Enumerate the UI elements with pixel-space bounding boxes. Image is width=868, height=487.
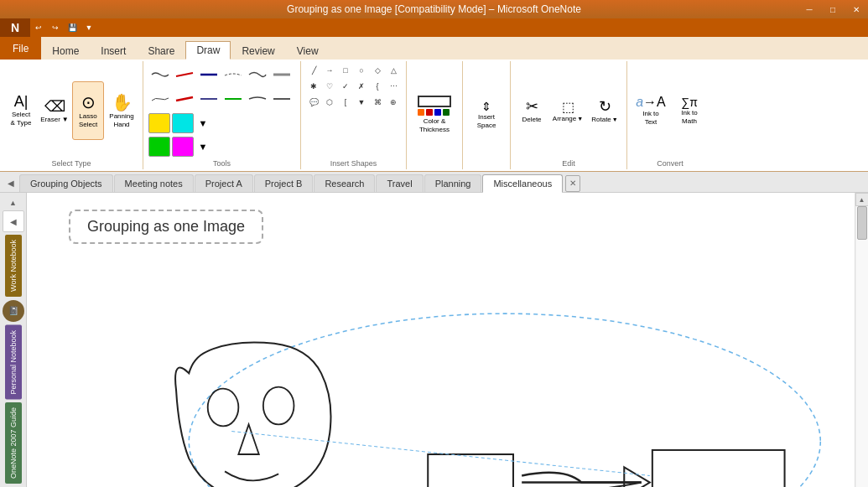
notebook-icon: 📓 bbox=[3, 300, 24, 322]
pen-style-7[interactable] bbox=[148, 87, 172, 111]
shape-line[interactable]: ╱ bbox=[306, 63, 321, 78]
shape-star[interactable]: ✱ bbox=[306, 79, 321, 94]
onenote-guide[interactable]: OneNote 2007 Guide bbox=[5, 402, 22, 484]
shape-extra[interactable]: ⊕ bbox=[386, 95, 401, 110]
lasso-select-label: LassoSelect bbox=[79, 112, 97, 128]
tab-file[interactable]: File bbox=[0, 37, 41, 60]
minimize-button[interactable]: ─ bbox=[798, 0, 821, 18]
rotate-button[interactable]: ↻ Rotate ▼ bbox=[588, 81, 621, 140]
shape-rect[interactable]: □ bbox=[338, 63, 353, 78]
ink-to-math-button[interactable]: ∑π Ink toMath bbox=[671, 81, 708, 140]
insert-space-group: ⇕ InsertSpace bbox=[463, 61, 511, 169]
color-magenta[interactable] bbox=[172, 137, 194, 157]
color-row-2: ▼ bbox=[148, 137, 211, 157]
pen-style-3[interactable] bbox=[197, 63, 221, 86]
scroll-thumb[interactable] bbox=[857, 206, 867, 240]
shape-convert[interactable]: ⌘ bbox=[370, 95, 385, 110]
eraser-label: Eraser ▼ bbox=[40, 116, 68, 123]
tab-insert[interactable]: Insert bbox=[90, 41, 137, 60]
shape-arrow[interactable]: → bbox=[322, 63, 337, 78]
shape-dropdown[interactable]: ▼ bbox=[354, 95, 369, 110]
work-notebook[interactable]: Work Notebook bbox=[5, 235, 22, 297]
shape-check[interactable]: ✓ bbox=[338, 79, 353, 94]
tab-view[interactable]: View bbox=[286, 41, 330, 60]
right-eye bbox=[263, 387, 294, 425]
close-button[interactable]: ✕ bbox=[845, 0, 868, 18]
shape-para[interactable]: ⬡ bbox=[322, 95, 337, 110]
color-thickness-button[interactable]: Color &Thickness bbox=[412, 85, 457, 144]
scroll-up-button[interactable]: ▲ bbox=[855, 193, 869, 206]
ink-to-text-button[interactable]: a→A Ink toText bbox=[632, 81, 669, 140]
shape-diamond[interactable]: ◇ bbox=[370, 63, 385, 78]
page-canvas[interactable]: Grouping as one Image bbox=[27, 193, 855, 487]
color-dropdown-2[interactable]: ▼ bbox=[195, 137, 211, 157]
drawing-canvas[interactable]: ✛ bbox=[27, 193, 855, 487]
delete-button[interactable]: ✂ Delete bbox=[516, 81, 548, 140]
tab-review[interactable]: Review bbox=[231, 41, 285, 60]
tab-scroll-right[interactable]: ✕ bbox=[565, 175, 580, 192]
sidebar-scroll-up[interactable]: ▲ bbox=[2, 196, 25, 210]
quick-dropdown[interactable]: ▼ bbox=[81, 19, 97, 36]
tab-project-b[interactable]: Project B bbox=[254, 174, 314, 192]
insert-space-button[interactable]: ⇕ InsertSpace bbox=[468, 85, 505, 144]
pen-style-5[interactable] bbox=[246, 63, 269, 86]
pen-style-8[interactable] bbox=[173, 87, 196, 111]
ribbon: A| Select& Type ⌫ Eraser ▼ ⊙ LassoSelect… bbox=[0, 60, 868, 172]
edit-group-label: Edit bbox=[562, 159, 575, 168]
personal-notebook[interactable]: Personal Notebook bbox=[5, 325, 22, 400]
shape-bracket[interactable]: [ bbox=[338, 95, 353, 110]
tab-meeting-notes[interactable]: Meeting notes bbox=[114, 174, 194, 192]
maximize-button[interactable]: □ bbox=[821, 0, 845, 18]
tab-grouping-objects[interactable]: Grouping Objects bbox=[19, 174, 113, 192]
ink-to-math-icon: ∑π bbox=[681, 96, 698, 109]
delete-icon: ✂ bbox=[526, 97, 538, 116]
pen-style-11[interactable] bbox=[246, 87, 269, 111]
tab-planning[interactable]: Planning bbox=[424, 174, 482, 192]
color-dropdown[interactable]: ▼ bbox=[195, 113, 211, 133]
pen-style-12[interactable] bbox=[270, 87, 294, 111]
window-controls: ─ □ ✕ bbox=[798, 0, 868, 18]
color-green[interactable] bbox=[148, 137, 170, 157]
shape-cross[interactable]: ✗ bbox=[354, 79, 369, 94]
shape-heart[interactable]: ♡ bbox=[322, 79, 337, 94]
tab-miscellaneous[interactable]: Miscellaneous bbox=[482, 174, 563, 193]
pen-style-9[interactable] bbox=[197, 87, 221, 111]
quick-redo[interactable]: ↪ bbox=[47, 19, 64, 36]
left-sidebar: ▲ ◀ Work Notebook 📓 Personal Notebook On… bbox=[0, 193, 27, 487]
pen-style-2[interactable] bbox=[173, 63, 196, 86]
pen-style-4[interactable] bbox=[221, 63, 245, 86]
color-yellow[interactable] bbox=[148, 113, 170, 133]
shape-brace[interactable]: { bbox=[370, 79, 385, 94]
panning-hand-button[interactable]: ✋ PanningHand bbox=[106, 81, 138, 140]
color-thickness-icon bbox=[418, 96, 451, 116]
tab-travel[interactable]: Travel bbox=[376, 174, 423, 192]
tab-draw[interactable]: Draw bbox=[185, 41, 231, 60]
shape-callout[interactable]: 💬 bbox=[306, 95, 321, 110]
sidebar-toggle[interactable]: ◀ bbox=[3, 210, 24, 232]
shape-circle[interactable]: ○ bbox=[354, 63, 369, 78]
edit-content: ✂ Delete ⬚ Arrange ▼ ↻ Rotate ▼ bbox=[516, 63, 621, 158]
left-eye bbox=[208, 389, 239, 427]
shape-more[interactable]: ⋯ bbox=[386, 79, 401, 94]
quick-undo[interactable]: ↩ bbox=[30, 19, 47, 36]
pen-style-6[interactable] bbox=[270, 63, 294, 86]
middle-box bbox=[428, 454, 513, 487]
select-type-button[interactable]: A| Select& Type bbox=[5, 81, 37, 140]
tools-content: ▼ ▼ bbox=[148, 63, 295, 158]
mouth bbox=[225, 471, 278, 480]
tab-scroll-left[interactable]: ◀ bbox=[3, 175, 18, 192]
arrange-button[interactable]: ⬚ Arrange ▼ bbox=[549, 81, 586, 140]
tab-research[interactable]: Research bbox=[314, 174, 375, 192]
pen-style-10[interactable] bbox=[221, 87, 245, 111]
quick-save[interactable]: 💾 bbox=[64, 19, 81, 36]
lasso-select-button[interactable]: ⊙ LassoSelect bbox=[72, 81, 104, 140]
pen-style-1[interactable] bbox=[148, 63, 172, 86]
tab-share[interactable]: Share bbox=[137, 41, 185, 60]
scroll-track[interactable] bbox=[856, 206, 868, 487]
pen-grid bbox=[148, 63, 294, 111]
color-cyan[interactable] bbox=[172, 113, 194, 133]
eraser-button[interactable]: ⌫ Eraser ▼ bbox=[39, 81, 70, 140]
tab-project-a[interactable]: Project A bbox=[195, 174, 253, 192]
shape-triangle[interactable]: △ bbox=[386, 63, 401, 78]
tab-home[interactable]: Home bbox=[41, 41, 90, 60]
